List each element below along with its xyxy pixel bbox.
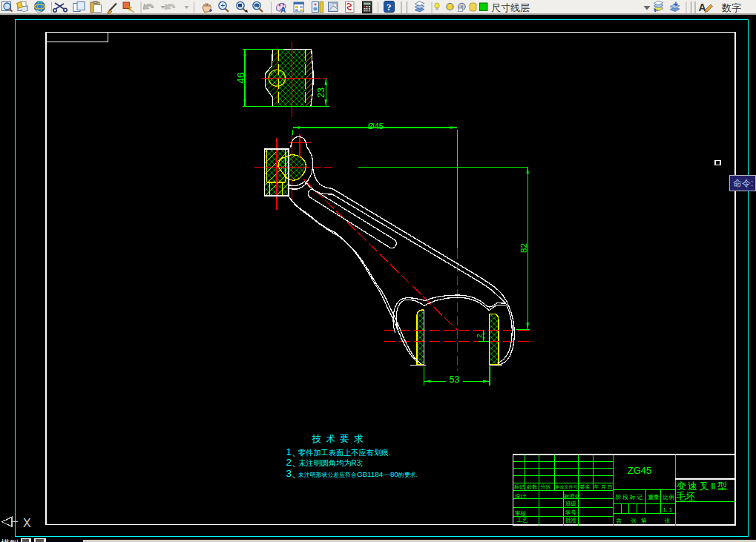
svg-text:工艺: 工艺: [517, 517, 529, 523]
svg-text:82: 82: [519, 243, 528, 253]
svg-text:53: 53: [450, 374, 460, 385]
svg-text:比例: 比例: [663, 494, 674, 500]
svg-text:张: 张: [631, 518, 637, 524]
svg-text:数字: 数字: [721, 2, 741, 13]
svg-text:共: 共: [617, 518, 622, 524]
svg-text:ZG45: ZG45: [628, 465, 652, 476]
svg-text:2、未注明圆角均为R3;: 2、未注明圆角均为R3;: [286, 457, 364, 468]
svg-text:年 月 日: 年 月 日: [594, 484, 613, 490]
svg-text:班级: 班级: [565, 500, 577, 507]
svg-text:技术要求: 技术要求: [312, 434, 368, 444]
svg-text:张: 张: [665, 518, 671, 524]
svg-text:X: X: [23, 517, 31, 529]
svg-text:标记: 标记: [513, 484, 525, 490]
svg-text:分区: 分区: [540, 484, 551, 489]
svg-text:标准化: 标准化: [563, 493, 581, 500]
svg-text:学号: 学号: [565, 509, 577, 516]
svg-text:23: 23: [316, 87, 326, 98]
svg-text:1、零件加工表面上不应有划痕.: 1、零件加工表面上不应有划痕.: [286, 446, 392, 457]
svg-text:签名: 签名: [580, 484, 591, 490]
svg-text:1, 1: 1, 1: [663, 506, 673, 513]
svg-text:更改文件号: 更改文件号: [556, 484, 578, 489]
svg-text:46: 46: [235, 72, 246, 83]
svg-text:处数: 处数: [527, 484, 538, 490]
svg-text:Ø45: Ø45: [368, 122, 384, 130]
svg-text:第: 第: [641, 518, 647, 524]
svg-text:阶段标记: 阶段标记: [616, 494, 644, 500]
svg-text:设计: 设计: [515, 493, 527, 500]
svg-text:毛坯: 毛坯: [677, 491, 696, 502]
svg-text:模型: 模型: [1, 538, 19, 542]
svg-text:批准: 批准: [565, 517, 577, 523]
svg-text:?: ?: [387, 1, 392, 13]
svg-text:尺寸线层: 尺寸线层: [491, 2, 530, 13]
svg-text:2: 2: [475, 334, 483, 337]
svg-text:A: A: [280, 6, 286, 14]
svg-text:审核: 审核: [515, 510, 527, 517]
svg-text:重量: 重量: [648, 494, 660, 500]
